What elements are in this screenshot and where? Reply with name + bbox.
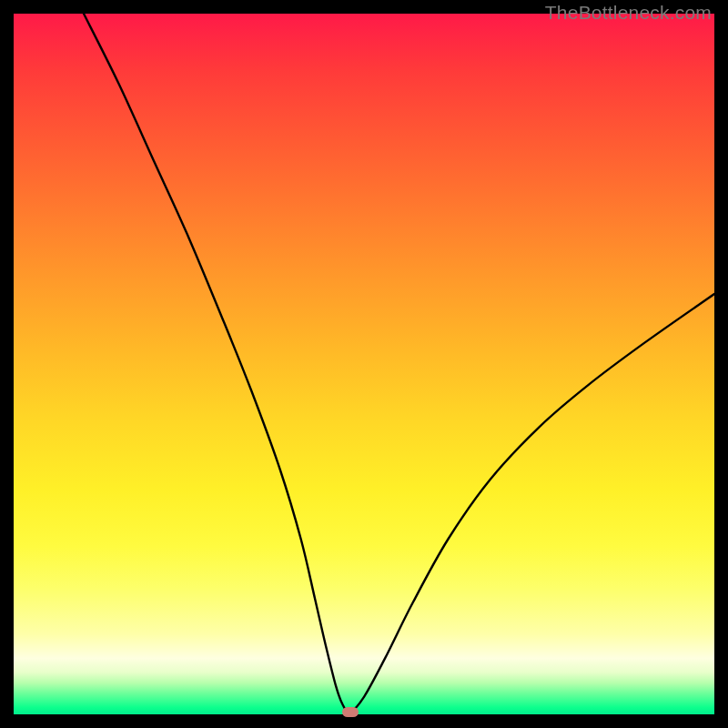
bottleneck-curve — [84, 14, 714, 713]
plot-area — [14, 14, 714, 714]
minimum-marker — [342, 707, 359, 717]
chart-stage: TheBottleneck.com — [0, 0, 728, 728]
curve-layer — [14, 14, 714, 714]
watermark-text: TheBottleneck.com — [545, 2, 712, 24]
